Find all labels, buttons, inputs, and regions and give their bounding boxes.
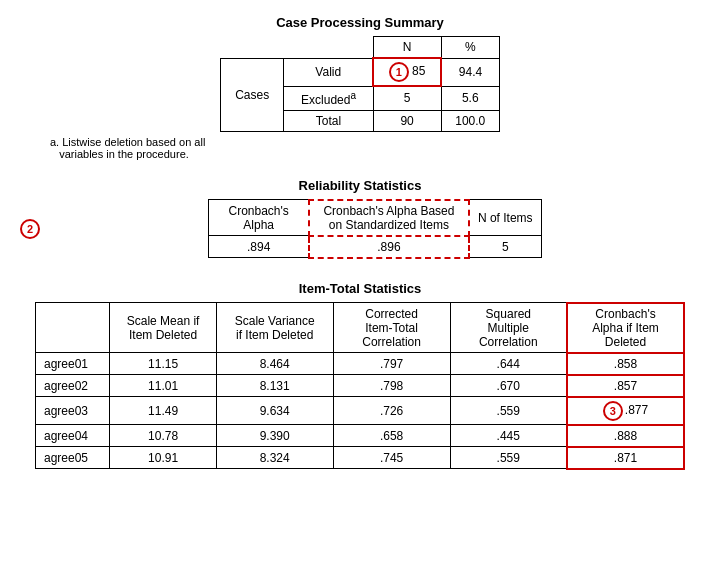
item-agree01: agree01 (36, 353, 110, 375)
alpha-agree02: .857 (567, 375, 684, 397)
corr-agree01: .797 (333, 353, 450, 375)
sq-agree01: .644 (450, 353, 567, 375)
reliability-section: Reliability Statistics 2 Cronbach'sAlpha… (20, 178, 700, 259)
reliability-table: Cronbach'sAlpha Cronbach's Alpha Basedon… (208, 199, 541, 259)
mean-agree01: 11.15 (110, 353, 216, 375)
corr-agree03: .726 (333, 397, 450, 425)
mean-agree05: 10.91 (110, 447, 216, 469)
n-items-header: N of Items (469, 200, 541, 236)
sq-agree03: .559 (450, 397, 567, 425)
var-agree01: 8.464 (216, 353, 333, 375)
var-agree03: 9.634 (216, 397, 333, 425)
cases-label: Cases (221, 58, 284, 131)
sq-agree04: .445 (450, 425, 567, 447)
corr-agree02: .798 (333, 375, 450, 397)
sq-agree05: .559 (450, 447, 567, 469)
circle-1: 1 (389, 62, 409, 82)
valid-n: 1 85 (373, 58, 441, 86)
var-agree04: 9.390 (216, 425, 333, 447)
empty-cell2 (284, 37, 373, 59)
squared-multiple-header: SquaredMultipleCorrelation (450, 303, 567, 353)
var-agree05: 8.324 (216, 447, 333, 469)
excluded-label: Excludeda (284, 86, 373, 110)
case-processing-table: N % Cases Valid 1 85 94.4 Excludeda 5 5.… (220, 36, 500, 132)
scale-mean-header: Scale Mean ifItem Deleted (110, 303, 216, 353)
var-agree02: 8.131 (216, 375, 333, 397)
table-row: agree04 10.78 9.390 .658 .445 .888 (36, 425, 685, 447)
item-total-table: Scale Mean ifItem Deleted Scale Variance… (35, 302, 685, 470)
total-n: 90 (373, 110, 441, 131)
cronbach-alpha-deleted-header: Cronbach'sAlpha if ItemDeleted (567, 303, 684, 353)
case-processing-section: Case Processing Summary N % Cases Valid … (20, 15, 700, 160)
col-n-header: N (373, 37, 441, 59)
alpha-agree04: .888 (567, 425, 684, 447)
table-row: agree01 11.15 8.464 .797 .644 .858 (36, 353, 685, 375)
mean-agree03: 11.49 (110, 397, 216, 425)
total-pct: 100.0 (441, 110, 499, 131)
excluded-pct: 5.6 (441, 86, 499, 110)
sq-agree02: .670 (450, 375, 567, 397)
cronbach-alpha-value: .894 (209, 236, 309, 258)
item-agree02: agree02 (36, 375, 110, 397)
corr-agree04: .658 (333, 425, 450, 447)
valid-label: Valid (284, 58, 373, 86)
table-row: agree02 11.01 8.131 .798 .670 .857 (36, 375, 685, 397)
alpha-agree01: .858 (567, 353, 684, 375)
table-row: agree05 10.91 8.324 .745 .559 .871 (36, 447, 685, 469)
item-total-section: Item-Total Statistics Scale Mean ifItem … (20, 281, 700, 470)
item-agree05: agree05 (36, 447, 110, 469)
item-total-title: Item-Total Statistics (20, 281, 700, 296)
reliability-title: Reliability Statistics (20, 178, 700, 193)
corrected-corr-header: CorrectedItem-TotalCorrelation (333, 303, 450, 353)
cronbach-alpha-std-header: Cronbach's Alpha Basedon Standardized It… (309, 200, 469, 236)
circle-3: 3 (603, 401, 623, 421)
valid-pct: 94.4 (441, 58, 499, 86)
total-label: Total (284, 110, 373, 131)
cronbach-alpha-header: Cronbach'sAlpha (209, 200, 309, 236)
item-agree03: agree03 (36, 397, 110, 425)
cronbach-alpha-std-value: .896 (309, 236, 469, 258)
item-agree04: agree04 (36, 425, 110, 447)
case-processing-footnote: a. Listwise deletion based on all variab… (20, 136, 700, 160)
table-row: agree03 11.49 9.634 .726 .559 3.877 (36, 397, 685, 425)
mean-agree02: 11.01 (110, 375, 216, 397)
n-items-value: 5 (469, 236, 541, 258)
corr-agree05: .745 (333, 447, 450, 469)
item-col-header (36, 303, 110, 353)
alpha-agree03: 3.877 (567, 397, 684, 425)
scale-variance-header: Scale Varianceif Item Deleted (216, 303, 333, 353)
alpha-agree05: .871 (567, 447, 684, 469)
mean-agree04: 10.78 (110, 425, 216, 447)
col-pct-header: % (441, 37, 499, 59)
case-processing-title: Case Processing Summary (20, 15, 700, 30)
circle-2: 2 (20, 219, 40, 239)
excluded-n: 5 (373, 86, 441, 110)
empty-cell (221, 37, 284, 59)
